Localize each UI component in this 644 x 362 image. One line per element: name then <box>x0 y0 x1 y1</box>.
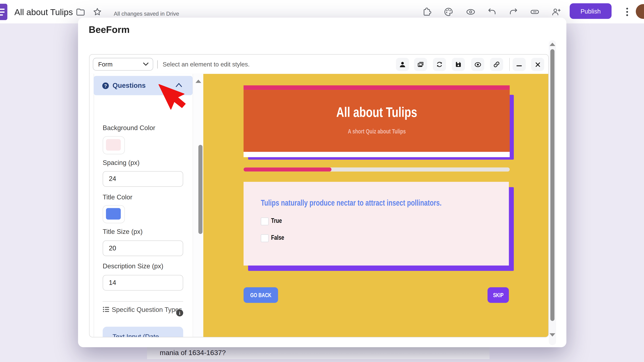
list-icon <box>102 306 109 313</box>
progress-bar <box>244 167 510 171</box>
quiz-header-card: All about Tulips A short Quiz about Tuli… <box>244 85 510 157</box>
beeform-modal: BeeForm Form Select an element to edit s… <box>78 17 566 347</box>
minimize-button[interactable] <box>512 58 526 71</box>
question-card: Tulips naturally produce nectar to attra… <box>244 182 509 266</box>
question-text: Tulips naturally produce nectar to attra… <box>261 198 442 208</box>
screen: All about Tulips All changes saved in Dr… <box>0 0 644 362</box>
header-accent-bar <box>244 85 510 90</box>
background-question-card: mania of 1634-1637? <box>147 347 490 359</box>
panel-edge-line <box>94 74 94 337</box>
background-question-text: mania of 1634-1637? <box>160 349 226 357</box>
preview-button[interactable] <box>471 58 484 71</box>
account-button[interactable] <box>396 58 409 71</box>
field-label: Background Color <box>102 124 155 132</box>
panel-divider <box>102 301 183 302</box>
redo-icon[interactable] <box>508 7 518 17</box>
modal-scrollbar <box>549 40 556 345</box>
header-orange-block: All about Tulips A short Quiz about Tuli… <box>244 90 510 152</box>
field-label: Description Size (px) <box>102 263 163 270</box>
question-text-wrap: Tulips naturally produce nectar to attra… <box>261 198 492 208</box>
preview-eye-icon[interactable] <box>466 7 476 17</box>
specific-label-text: Specific Question Types <box>112 306 182 313</box>
go-back-label: GO BACK <box>250 292 272 298</box>
eye-icon <box>474 61 482 68</box>
go-back-button[interactable]: GO BACK <box>244 287 278 303</box>
star-icon[interactable] <box>92 7 102 17</box>
toolbar-hint-text: Select an element to edit styles. <box>162 54 250 74</box>
element-selector-dropdown[interactable]: Form <box>93 58 153 71</box>
progress-fill <box>244 167 331 171</box>
option-true-label: True <box>271 217 282 225</box>
editor-toolbar: Form Select an element to edit styles. <box>90 54 548 74</box>
scroll-up-arrow[interactable] <box>196 80 201 83</box>
modal-scroll-up-arrow[interactable] <box>550 43 555 46</box>
header-white-strip <box>244 152 510 157</box>
publish-button[interactable]: Publish <box>570 3 612 19</box>
questions-section-label: Questions <box>112 82 146 90</box>
modal-title: BeeForm <box>89 24 130 35</box>
link-button[interactable] <box>490 58 503 71</box>
title-color-swatch[interactable] <box>102 205 125 223</box>
save-button[interactable] <box>452 58 465 71</box>
toolbar-divider <box>157 60 158 68</box>
skip-button[interactable]: SKIP <box>488 287 509 303</box>
save-icon <box>454 61 462 68</box>
question-type-label: Text Input (Date, Time, Dropdown) <box>112 333 165 338</box>
background-color-swatch[interactable] <box>102 136 125 154</box>
quiz-title: All about Tulips <box>336 104 417 120</box>
specific-question-types-label: Specific Question Types <box>102 305 185 314</box>
field-label: Spacing (px) <box>102 159 140 167</box>
option-false-wrap: False <box>271 234 288 241</box>
toolbar-separator <box>509 58 510 71</box>
form-title[interactable]: All about Tulips <box>14 7 73 17</box>
images-icon <box>417 61 424 68</box>
theme-palette-icon[interactable] <box>444 7 453 17</box>
element-selector-value: Form <box>98 61 112 68</box>
minimize-icon <box>516 61 522 68</box>
panel-scrollbar-thumb[interactable] <box>198 145 202 234</box>
color-swatch-fill <box>106 208 121 220</box>
settings-panel: ? Questions Background Color Spacing (px… <box>90 74 192 337</box>
close-icon <box>534 61 541 67</box>
question-mark-icon: ? <box>102 82 109 89</box>
field-label: Title Color <box>102 194 132 201</box>
copy-link-icon[interactable] <box>530 7 540 17</box>
info-icon[interactable]: i <box>176 309 183 316</box>
panel-scrollbar <box>192 74 204 337</box>
checkbox-true[interactable] <box>261 218 268 225</box>
option-true-wrap: True <box>271 217 285 225</box>
add-collaborator-icon[interactable] <box>551 7 561 17</box>
spacing-input[interactable] <box>102 171 183 187</box>
forms-logo-icon <box>0 4 8 20</box>
description-size-input[interactable] <box>102 275 183 291</box>
undo-icon[interactable] <box>487 7 497 17</box>
gallery-button[interactable] <box>414 58 427 71</box>
more-menu-icon[interactable] <box>624 7 630 17</box>
quiz-subtitle: A short Quiz about Tulips <box>348 128 406 134</box>
sync-icon <box>436 61 443 68</box>
refresh-button[interactable] <box>433 58 446 71</box>
modal-scrollbar-thumb[interactable] <box>550 49 554 321</box>
title-size-input[interactable] <box>102 240 183 256</box>
form-preview: All about Tulips A short Quiz about Tuli… <box>203 74 548 337</box>
extensions-icon[interactable] <box>422 7 432 17</box>
skip-label: SKIP <box>493 292 504 298</box>
chevron-down-icon <box>143 62 149 66</box>
field-label: Title Size (px) <box>102 228 142 236</box>
option-false-label: False <box>271 234 284 241</box>
question-type-item[interactable]: Text Input (Date, Time, Dropdown) <box>102 327 183 337</box>
move-folder-icon[interactable] <box>76 7 85 17</box>
account-avatar[interactable] <box>636 4 644 19</box>
person-icon <box>399 61 406 68</box>
checkbox-false[interactable] <box>261 234 268 242</box>
color-swatch-fill <box>106 139 121 151</box>
cursor-annotation-icon <box>156 84 188 113</box>
modal-scroll-down-arrow[interactable] <box>550 333 555 337</box>
link-icon <box>493 61 500 68</box>
close-button[interactable] <box>531 58 544 71</box>
save-status: All changes saved in Drive <box>114 11 179 17</box>
